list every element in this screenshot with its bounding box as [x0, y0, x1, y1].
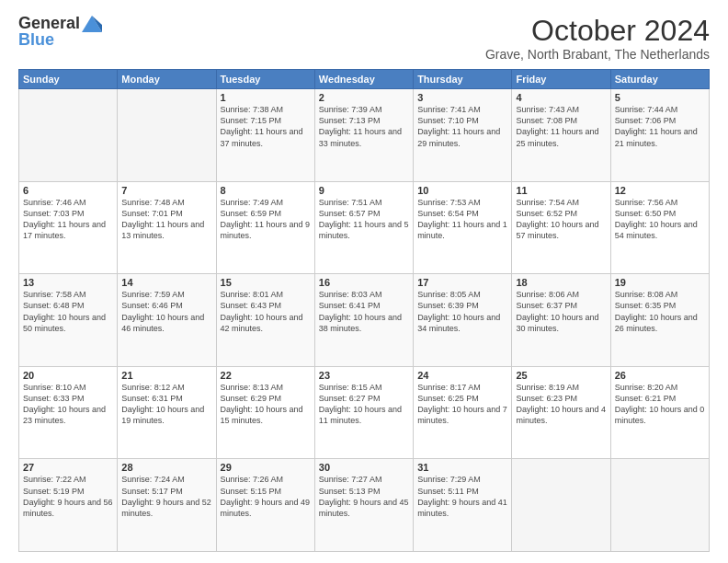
day-number: 29 [221, 462, 311, 473]
day-info: Sunrise: 8:17 AM Sunset: 6:25 PM Dayligh… [417, 382, 507, 427]
weekday-tuesday: Tuesday [216, 70, 314, 89]
calendar-cell: 11Sunrise: 7:54 AM Sunset: 6:52 PM Dayli… [512, 181, 610, 274]
calendar-cell: 14Sunrise: 7:59 AM Sunset: 6:46 PM Dayli… [118, 274, 216, 367]
day-info: Sunrise: 8:13 AM Sunset: 6:29 PM Dayligh… [221, 382, 311, 427]
day-info: Sunrise: 8:03 AM Sunset: 6:41 PM Dayligh… [319, 289, 409, 334]
calendar-cell: 31Sunrise: 7:29 AM Sunset: 5:11 PM Dayli… [414, 459, 512, 552]
day-info: Sunrise: 8:15 AM Sunset: 6:27 PM Dayligh… [319, 382, 409, 427]
weekday-monday: Monday [118, 70, 216, 89]
calendar-cell: 2Sunrise: 7:39 AM Sunset: 7:13 PM Daylig… [314, 89, 413, 182]
day-info: Sunrise: 7:26 AM Sunset: 5:15 PM Dayligh… [221, 474, 311, 519]
day-info: Sunrise: 8:12 AM Sunset: 6:31 PM Dayligh… [121, 382, 211, 427]
logo-icon [82, 16, 102, 32]
calendar-cell [19, 89, 118, 182]
calendar-cell: 25Sunrise: 8:19 AM Sunset: 6:23 PM Dayli… [512, 366, 610, 459]
day-info: Sunrise: 7:39 AM Sunset: 7:13 PM Dayligh… [319, 104, 409, 149]
calendar-cell: 22Sunrise: 8:13 AM Sunset: 6:29 PM Dayli… [216, 366, 314, 459]
calendar-cell: 1Sunrise: 7:38 AM Sunset: 7:15 PM Daylig… [216, 89, 314, 182]
calendar-cell: 28Sunrise: 7:24 AM Sunset: 5:17 PM Dayli… [118, 459, 216, 552]
day-number: 9 [319, 185, 409, 196]
day-number: 30 [319, 462, 409, 473]
day-number: 21 [121, 370, 211, 381]
calendar-week-1: 1Sunrise: 7:38 AM Sunset: 7:15 PM Daylig… [19, 89, 710, 182]
calendar-cell: 13Sunrise: 7:58 AM Sunset: 6:48 PM Dayli… [19, 274, 118, 367]
day-number: 4 [516, 92, 606, 103]
calendar-cell: 4Sunrise: 7:43 AM Sunset: 7:08 PM Daylig… [512, 89, 610, 182]
calendar-header: SundayMondayTuesdayWednesdayThursdayFrid… [19, 70, 710, 89]
calendar-cell: 6Sunrise: 7:46 AM Sunset: 7:03 PM Daylig… [19, 181, 118, 274]
calendar-week-5: 27Sunrise: 7:22 AM Sunset: 5:19 PM Dayli… [19, 459, 710, 552]
day-number: 14 [121, 277, 211, 288]
day-number: 8 [221, 185, 311, 196]
calendar-week-3: 13Sunrise: 7:58 AM Sunset: 6:48 PM Dayli… [19, 274, 710, 367]
day-info: Sunrise: 8:20 AM Sunset: 6:21 PM Dayligh… [615, 382, 705, 427]
day-info: Sunrise: 7:22 AM Sunset: 5:19 PM Dayligh… [23, 474, 113, 519]
day-info: Sunrise: 7:29 AM Sunset: 5:11 PM Dayligh… [417, 474, 507, 519]
day-number: 22 [221, 370, 311, 381]
day-number: 17 [417, 277, 507, 288]
weekday-saturday: Saturday [610, 70, 709, 89]
day-number: 11 [516, 185, 606, 196]
calendar-body: 1Sunrise: 7:38 AM Sunset: 7:15 PM Daylig… [19, 89, 710, 552]
day-info: Sunrise: 7:27 AM Sunset: 5:13 PM Dayligh… [319, 474, 409, 519]
day-number: 24 [417, 370, 507, 381]
calendar-cell: 5Sunrise: 7:44 AM Sunset: 7:06 PM Daylig… [610, 89, 709, 182]
calendar-cell: 10Sunrise: 7:53 AM Sunset: 6:54 PM Dayli… [414, 181, 512, 274]
day-info: Sunrise: 7:54 AM Sunset: 6:52 PM Dayligh… [516, 197, 606, 242]
page: General Blue October 2024 Grave, North B… [0, 0, 728, 563]
day-info: Sunrise: 7:49 AM Sunset: 6:59 PM Dayligh… [221, 197, 311, 242]
day-number: 5 [615, 92, 705, 103]
day-number: 20 [23, 370, 113, 381]
title-block: October 2024 Grave, North Brabant, The N… [485, 15, 710, 62]
calendar-cell: 24Sunrise: 8:17 AM Sunset: 6:25 PM Dayli… [414, 366, 512, 459]
calendar-cell: 19Sunrise: 8:08 AM Sunset: 6:35 PM Dayli… [610, 274, 709, 367]
calendar-cell: 3Sunrise: 7:41 AM Sunset: 7:10 PM Daylig… [414, 89, 512, 182]
day-number: 6 [23, 185, 113, 196]
day-number: 19 [615, 277, 705, 288]
day-info: Sunrise: 7:51 AM Sunset: 6:57 PM Dayligh… [319, 197, 409, 242]
day-number: 26 [615, 370, 705, 381]
day-info: Sunrise: 8:05 AM Sunset: 6:39 PM Dayligh… [417, 289, 507, 334]
day-info: Sunrise: 7:41 AM Sunset: 7:10 PM Dayligh… [417, 104, 507, 149]
day-info: Sunrise: 8:19 AM Sunset: 6:23 PM Dayligh… [516, 382, 606, 427]
location-subtitle: Grave, North Brabant, The Netherlands [485, 47, 710, 62]
calendar-cell: 23Sunrise: 8:15 AM Sunset: 6:27 PM Dayli… [314, 366, 413, 459]
day-info: Sunrise: 7:58 AM Sunset: 6:48 PM Dayligh… [23, 289, 113, 334]
calendar-cell [118, 89, 216, 182]
logo-general: General [18, 14, 80, 32]
weekday-friday: Friday [512, 70, 610, 89]
day-number: 15 [221, 277, 311, 288]
calendar-cell: 16Sunrise: 8:03 AM Sunset: 6:41 PM Dayli… [314, 274, 413, 367]
calendar-cell: 8Sunrise: 7:49 AM Sunset: 6:59 PM Daylig… [216, 181, 314, 274]
calendar-cell: 7Sunrise: 7:48 AM Sunset: 7:01 PM Daylig… [118, 181, 216, 274]
day-number: 12 [615, 185, 705, 196]
weekday-sunday: Sunday [19, 70, 118, 89]
weekday-wednesday: Wednesday [314, 70, 413, 89]
calendar-cell [512, 459, 610, 552]
calendar-cell: 29Sunrise: 7:26 AM Sunset: 5:15 PM Dayli… [216, 459, 314, 552]
day-info: Sunrise: 7:53 AM Sunset: 6:54 PM Dayligh… [417, 197, 507, 242]
calendar-week-4: 20Sunrise: 8:10 AM Sunset: 6:33 PM Dayli… [19, 366, 710, 459]
day-number: 27 [23, 462, 113, 473]
calendar-cell: 26Sunrise: 8:20 AM Sunset: 6:21 PM Dayli… [610, 366, 709, 459]
weekday-thursday: Thursday [414, 70, 512, 89]
day-number: 1 [221, 92, 311, 103]
day-number: 25 [516, 370, 606, 381]
calendar-week-2: 6Sunrise: 7:46 AM Sunset: 7:03 PM Daylig… [19, 181, 710, 274]
day-info: Sunrise: 7:48 AM Sunset: 7:01 PM Dayligh… [121, 197, 211, 242]
day-info: Sunrise: 8:06 AM Sunset: 6:37 PM Dayligh… [516, 289, 606, 334]
day-number: 7 [121, 185, 211, 196]
calendar-cell [610, 459, 709, 552]
calendar-cell: 21Sunrise: 8:12 AM Sunset: 6:31 PM Dayli… [118, 366, 216, 459]
day-number: 18 [516, 277, 606, 288]
day-info: Sunrise: 8:08 AM Sunset: 6:35 PM Dayligh… [615, 289, 705, 334]
calendar-cell: 20Sunrise: 8:10 AM Sunset: 6:33 PM Dayli… [19, 366, 118, 459]
day-info: Sunrise: 7:24 AM Sunset: 5:17 PM Dayligh… [121, 474, 211, 519]
logo-blue: Blue [18, 31, 102, 50]
day-info: Sunrise: 8:10 AM Sunset: 6:33 PM Dayligh… [23, 382, 113, 427]
day-info: Sunrise: 7:59 AM Sunset: 6:46 PM Dayligh… [121, 289, 211, 334]
day-number: 31 [417, 462, 507, 473]
calendar-cell: 30Sunrise: 7:27 AM Sunset: 5:13 PM Dayli… [314, 459, 413, 552]
day-number: 13 [23, 277, 113, 288]
month-title: October 2024 [485, 15, 710, 47]
